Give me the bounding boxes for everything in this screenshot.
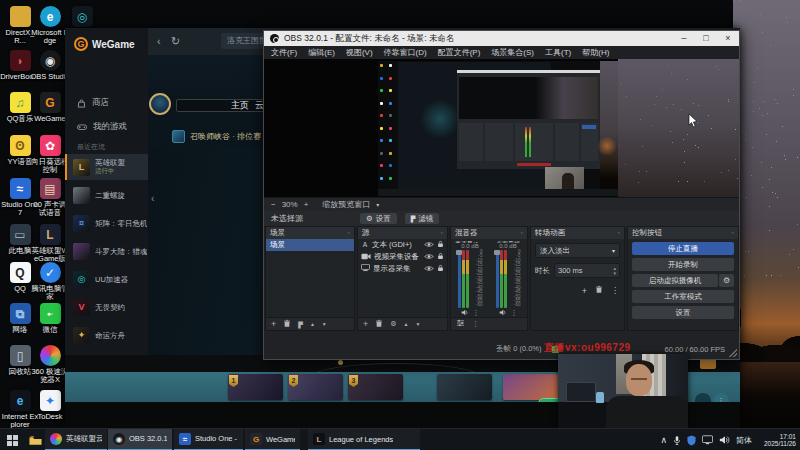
taskbar-button-wegame-task-icon[interactable]: GWeGame <box>245 429 300 450</box>
pin-icon[interactable]: ◦ <box>521 227 523 239</box>
taskbar-button-lol-cloud-icon[interactable]: 英雄联盟云游戏 - ... <box>45 429 107 450</box>
sidebar-game-item[interactable]: 二重螺旋 <box>65 182 148 208</box>
desktop-icon-wegame-icon[interactable]: GWeGame <box>30 92 70 123</box>
lock-icon[interactable] <box>437 252 444 262</box>
banner-game-card[interactable]: 2 <box>288 374 343 400</box>
collapse-chevron-icon[interactable]: ‹ <box>151 193 154 204</box>
hidden-icons-chevron[interactable]: ∧ <box>660 435 667 445</box>
maximize-button[interactable]: □ <box>695 31 717 46</box>
sidebar-game-item[interactable]: ✦命运方舟 <box>65 322 148 348</box>
summoner-avatar[interactable] <box>149 93 171 115</box>
kebab-icon[interactable]: ⋮ <box>511 309 518 317</box>
taskbar-button-obs-task-icon[interactable]: ◉OBS 32.0.1 - 配置... <box>108 429 172 450</box>
resize-grip[interactable] <box>729 349 737 357</box>
refresh-icon[interactable]: ↻ <box>171 35 180 48</box>
mute-speaker-icon[interactable] <box>499 309 507 317</box>
obs-titlebar[interactable]: OBS 32.0.1 - 配置文件: 未命名 - 场景: 未命名 <box>264 31 739 46</box>
taskbar-button-studio-one-task-icon[interactable]: ≈Studio One - 音画... <box>174 429 243 450</box>
sidebar-game-item[interactable]: L英雄联盟运行中 <box>65 154 148 180</box>
sidebar-game-item[interactable]: ¤矩阵：零日危机 <box>65 210 148 236</box>
control-button[interactable]: 停止直播 <box>632 242 734 255</box>
banner-game-card[interactable] <box>437 374 492 400</box>
banner-game-card[interactable]: 3 <box>348 374 403 400</box>
advanced-audio-icon[interactable] <box>456 319 465 329</box>
move-down-button[interactable]: ▼ <box>416 321 421 327</box>
move-up-button[interactable]: ▲ <box>404 321 409 327</box>
desktop-icon-todesk-icon[interactable]: ✦ToDesk <box>30 390 70 421</box>
banner-game-card[interactable]: 1 <box>228 374 283 400</box>
close-button[interactable]: × <box>717 31 739 46</box>
start-button[interactable] <box>0 429 24 450</box>
virtual-camera-button[interactable]: 启动虚拟摄像机 <box>632 274 718 287</box>
menu-item[interactable]: 文件(F) <box>271 47 297 58</box>
security-shield-icon[interactable] <box>687 435 696 446</box>
sidebar-item-store[interactable]: 商店 <box>65 92 148 114</box>
source-row[interactable]: A文本 (GDI+) <box>358 239 447 251</box>
control-button[interactable]: 开始录制 <box>632 258 734 271</box>
desktop-icon-wechat-icon[interactable]: ●◦微信 <box>30 303 70 334</box>
volume-icon[interactable] <box>719 435 730 445</box>
remove-scene-button[interactable] <box>283 319 291 330</box>
ime-indicator[interactable]: 简体 <box>736 435 752 446</box>
menu-item[interactable]: 帮助(H) <box>582 47 609 58</box>
minimize-button[interactable]: – <box>673 31 695 46</box>
desktop-icon-lol-wegame-icon[interactable]: L英雄联盟WeGame版 <box>30 224 70 263</box>
zoom-in-button[interactable]: + <box>304 200 309 209</box>
eye-icon[interactable] <box>424 241 434 250</box>
duration-spinbox[interactable]: 300 ms ▴▾ <box>554 263 620 278</box>
control-button[interactable]: 工作室模式 <box>632 290 734 303</box>
remove-source-button[interactable] <box>375 319 383 330</box>
clock[interactable]: 17:01 2025/11/26 <box>758 433 796 448</box>
menu-item[interactable]: 配置文件(P) <box>438 47 481 58</box>
add-scene-button[interactable]: + <box>271 319 276 329</box>
eye-icon[interactable] <box>424 253 434 262</box>
source-properties-button[interactable]: ⚙ <box>390 320 396 328</box>
desktop-icon-tencent-pc-manager-icon[interactable]: ✓腾讯电脑管家 <box>30 262 70 301</box>
menu-item[interactable]: 视图(V) <box>346 47 373 58</box>
spinner-arrows[interactable]: ▴▾ <box>613 266 616 276</box>
desktop-icon-obs-studio-icon[interactable]: ◉OBS Studio <box>30 50 70 81</box>
scene-filters-button[interactable]: ▛ <box>298 321 303 328</box>
virtual-camera-gear-icon[interactable]: ⚙ <box>719 274 734 287</box>
source-filters-button[interactable]: ▛ 滤镜 <box>405 213 440 224</box>
sidebar-game-item[interactable]: 斗罗大陆：猎魂 <box>65 238 148 264</box>
file-explorer-button[interactable] <box>24 429 46 450</box>
lock-icon[interactable] <box>437 240 444 250</box>
pin-icon[interactable]: ◦ <box>732 227 734 239</box>
volume-slider[interactable] <box>458 250 461 308</box>
sidebar-game-item[interactable]: ◎UU加速器 <box>65 266 148 292</box>
add-transition-button[interactable]: + <box>582 286 587 296</box>
kebab-icon[interactable]: ⋮ <box>473 309 480 317</box>
eye-icon[interactable] <box>424 265 434 274</box>
pin-icon[interactable]: ◦ <box>441 227 443 239</box>
transition-properties-button[interactable]: ⋮ <box>611 286 619 295</box>
remove-transition-button[interactable] <box>595 285 603 296</box>
pin-icon[interactable]: ◦ <box>618 227 620 239</box>
desktop-icon-soundcard-debug-icon[interactable]: ▤00 声卡调试语音 <box>30 178 70 217</box>
menu-item[interactable]: 工具(T) <box>545 47 571 58</box>
desktop-icon-sunflower-remote-icon[interactable]: ✿向日葵远程控制 <box>30 135 70 174</box>
source-settings-button[interactable]: ⚙ 设置 <box>360 213 397 224</box>
tab-home[interactable]: 主页 <box>231 99 249 112</box>
banner-game-card[interactable] <box>503 374 558 400</box>
scene-item[interactable]: 场景 <box>266 239 354 251</box>
kebab-icon[interactable]: ⋮ <box>472 320 479 328</box>
sidebar-item-my-games[interactable]: 我的游戏 <box>65 116 148 138</box>
pin-icon[interactable]: ◦ <box>348 227 350 239</box>
move-up-button[interactable]: ▲ <box>310 321 315 327</box>
desktop-icon-360-browser-icon[interactable]: 360 极速浏览器X <box>30 345 70 384</box>
display-icon[interactable] <box>702 435 713 445</box>
menu-item[interactable]: 编辑(E) <box>308 47 335 58</box>
menu-item[interactable]: 停靠窗口(D) <box>384 47 427 58</box>
volume-slider[interactable] <box>496 250 499 308</box>
zoom-out-button[interactable]: − <box>271 200 276 209</box>
add-source-button[interactable]: + <box>363 319 368 329</box>
zoom-fit-dropdown[interactable]: 缩放预览窗口 <box>322 199 370 210</box>
transition-select[interactable]: 淡入淡出 ▾ <box>535 243 620 258</box>
move-down-button[interactable]: ▼ <box>322 321 327 327</box>
microphone-icon[interactable] <box>673 435 681 446</box>
source-row[interactable]: 显示器采集 <box>358 263 447 275</box>
menu-item[interactable]: 场景集合(S) <box>491 47 534 58</box>
sidebar-game-item[interactable]: V无畏契约 <box>65 294 148 320</box>
source-row[interactable]: 视频采集设备 <box>358 251 447 263</box>
